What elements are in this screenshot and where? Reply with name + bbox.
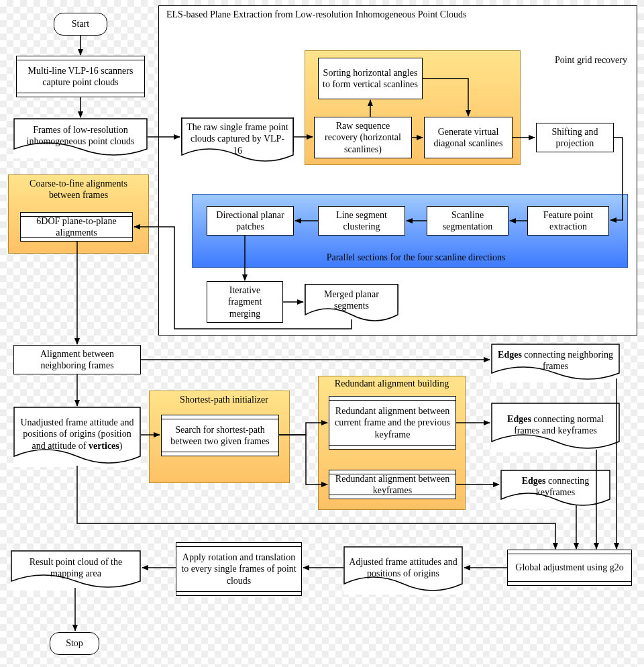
start-label: Start [72, 19, 89, 30]
start-terminator: Start [54, 13, 107, 36]
edges-neighbor-text: Edges connecting neighboring frames [496, 349, 614, 372]
shortest-search-text: Search for shortest-path between two giv… [166, 424, 274, 448]
raw-single-doc: The raw single frame point clouds captur… [181, 117, 294, 166]
apply-rot-text: Apply rotation and translation to every … [180, 552, 297, 587]
stop-terminator: Stop [50, 632, 99, 655]
line-cluster-box: Line segment clustering [318, 206, 405, 236]
gen-virtual-box: Generate virtual diagonal scanlines [424, 117, 513, 158]
shifting-box: Shifting and projection [536, 123, 614, 152]
result-doc: Result point cloud of the mapping area [11, 550, 141, 591]
shortest-title: Shortest-path initializer [170, 395, 278, 406]
result-text: Result point cloud of the mapping area [16, 556, 136, 580]
sorting-box: Sorting horizontal angles to form vertic… [318, 58, 423, 99]
six-dof-text: 6DOF plane-to-plane alignments [25, 215, 128, 239]
capture-text: Multi-line VLP-16 scanners capture point… [21, 65, 140, 89]
shifting-text: Shifting and projection [541, 126, 609, 150]
redundant-prev-box: Redundant alignment between current fram… [329, 396, 456, 450]
stop-label: Stop [66, 638, 83, 649]
line-cluster-text: Line segment clustering [323, 209, 400, 233]
edges-key-text: Edges connecting keyframes [506, 475, 605, 499]
dir-planar-text: Directional planar patches [211, 209, 289, 233]
redundant-prev-text: Redundant alignment between current fram… [333, 405, 451, 441]
redundant-key-text: Redundant alignment between keyframes [333, 473, 451, 497]
scanline-seg-box: Scanline segmentation [427, 206, 508, 236]
els-title: ELS-based Plane Extraction from Low-reso… [166, 9, 582, 21]
edges-normal-doc: Edges connecting normal frames and keyfr… [491, 403, 620, 452]
feature-point-text: Feature point extraction [532, 209, 604, 233]
adjusted-frame-doc: Adjusted frame attitudes and positions o… [343, 546, 463, 595]
align-neighbor-box: Alignment between neighboring frames [13, 345, 141, 374]
global-adj-box: Global adjustment using g2o [507, 550, 632, 586]
adjusted-frame-text: Adjusted frame attitudes and positions o… [349, 556, 458, 580]
redundant-key-box: Redundant alignment between keyframes [329, 470, 456, 499]
redundant-title: Redundant alignment building [325, 378, 459, 390]
feature-point-box: Feature point extraction [527, 206, 609, 236]
raw-single-text: The raw single frame point clouds captur… [186, 121, 288, 157]
global-adj-text: Global adjustment using g2o [515, 562, 623, 574]
unadjusted-doc: Unadjusted frame attitude and positions … [13, 407, 141, 467]
frames-doc: Frames of low-resolution inhomogeneous p… [13, 118, 148, 158]
raw-seq-text: Raw sequence recovery (horizontal scanli… [319, 120, 407, 156]
raw-seq-box: Raw sequence recovery (horizontal scanli… [314, 117, 412, 158]
iter-merge-text: Iterative fragment merging [211, 285, 278, 320]
edges-neighbor-doc: Edges connecting neighboring frames [491, 344, 620, 382]
parallel-caption: Parallel sections for the four scanline … [295, 252, 537, 264]
edges-normal-text: Edges connecting normal frames and keyfr… [496, 413, 614, 437]
capture-box: Multi-line VLP-16 scanners capture point… [16, 56, 145, 97]
shortest-search-box: Search for shortest-path between two giv… [161, 415, 279, 456]
align-neighbor-text: Alignment between neighboring frames [18, 348, 136, 372]
iter-merge-box: Iterative fragment merging [207, 281, 283, 323]
point-grid-title: Point grid recovery [530, 55, 627, 66]
frames-text: Frames of low-resolution inhomogeneous p… [19, 124, 142, 148]
merged-planar-doc: Merged planar segments [305, 284, 398, 321]
scanline-seg-text: Scanline segmentation [431, 209, 504, 233]
edges-key-doc: Edges connecting keyframes [500, 470, 610, 509]
merged-planar-text: Merged planar segments [310, 289, 393, 312]
apply-rot-box: Apply rotation and translation to every … [176, 542, 302, 596]
gen-virtual-text: Generate virtual diagonal scanlines [429, 126, 508, 150]
sorting-text: Sorting horizontal angles to form vertic… [323, 67, 418, 91]
six-dof-box: 6DOF plane-to-plane alignments [20, 212, 133, 242]
coarse-fine-title: Coarse-to-fine alignments between frames [13, 178, 144, 201]
dir-planar-box: Directional planar patches [207, 206, 294, 236]
unadjusted-text: Unadjusted frame attitude and positions … [19, 417, 136, 452]
